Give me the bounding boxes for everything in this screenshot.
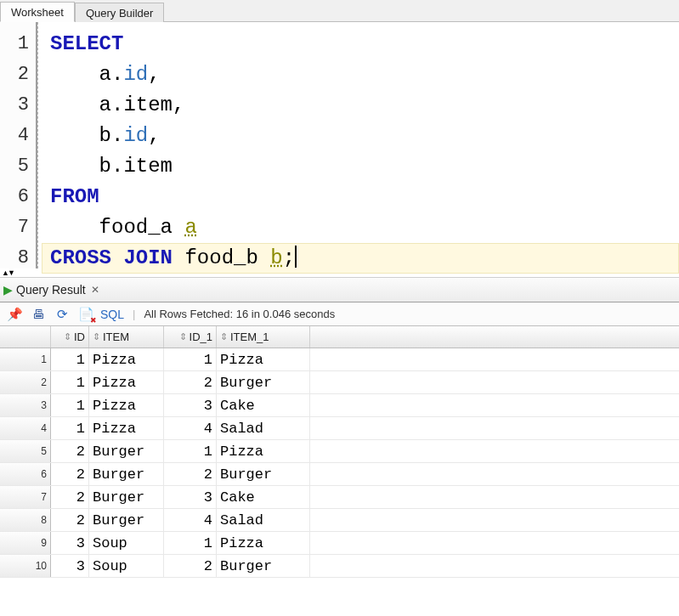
cell-item1[interactable]: Salad (217, 509, 310, 531)
clear-script-button[interactable]: 📄 (76, 305, 95, 324)
row-number: 3 (0, 394, 51, 416)
table-row[interactable]: 103Soup2Burger (0, 555, 679, 578)
gutter-line: 1 (0, 29, 36, 59)
row-number: 4 (0, 417, 51, 439)
cell-item1[interactable]: Cake (217, 394, 310, 416)
cell-item1[interactable]: Cake (217, 486, 310, 508)
gutter-line: 4 (0, 121, 36, 151)
cell-item1[interactable]: Burger (217, 371, 310, 393)
cell-item[interactable]: Soup (89, 555, 164, 577)
cell-id[interactable]: 1 (51, 371, 89, 393)
table-row[interactable]: 21Pizza2Burger (0, 371, 679, 394)
refresh-button[interactable]: ⟳ (53, 305, 71, 324)
code-line[interactable]: CROSS JOIN food_b b; (42, 243, 679, 274)
gutter-line: 7 (0, 212, 36, 243)
gutter-line: 3 (0, 90, 36, 121)
grid-header-rownum (0, 326, 51, 348)
cell-id[interactable]: 1 (51, 394, 89, 416)
cell-id1[interactable]: 2 (164, 371, 217, 393)
grid-header-item[interactable]: ⇕ITEM (89, 326, 164, 348)
fetch-status: All Rows Fetched: 16 in 0.046 seconds (144, 308, 335, 320)
worksheet-tab-strip: Worksheet Query Builder (0, 0, 679, 22)
cell-item1[interactable]: Burger (217, 463, 310, 485)
row-number: 5 (0, 440, 51, 462)
result-tab-strip: ▶ Query Result ✕ (0, 277, 679, 302)
row-number: 6 (0, 463, 51, 485)
table-row[interactable]: 82Burger4Salad (0, 509, 679, 532)
sql-editor[interactable]: 12345678 SELECT a.id, a.item, b.id, b.it… (0, 22, 679, 268)
code-line[interactable]: b.id, (42, 121, 679, 151)
grid-header: ⇕ID ⇕ITEM ⇕ID_1 ⇕ITEM_1 (0, 326, 679, 348)
row-number: 1 (0, 348, 51, 370)
cell-id[interactable]: 3 (51, 532, 89, 554)
results-grid[interactable]: ⇕ID ⇕ITEM ⇕ID_1 ⇕ITEM_1 11Pizza1Pizza21P… (0, 326, 679, 578)
cell-id1[interactable]: 4 (164, 509, 217, 531)
table-row[interactable]: 31Pizza3Cake (0, 394, 679, 417)
sort-icon: ⇕ (179, 335, 187, 339)
cell-item1[interactable]: Salad (217, 417, 310, 439)
cell-item[interactable]: Pizza (89, 394, 164, 416)
grid-header-id1[interactable]: ⇕ID_1 (164, 326, 217, 348)
cell-id[interactable]: 2 (51, 463, 89, 485)
table-row[interactable]: 72Burger3Cake (0, 486, 679, 509)
cell-item1[interactable]: Pizza (217, 532, 310, 554)
close-icon[interactable]: ✕ (91, 284, 99, 296)
tab-query-builder[interactable]: Query Builder (75, 3, 164, 22)
cell-id1[interactable]: 2 (164, 463, 217, 485)
cell-item[interactable]: Burger (89, 509, 164, 531)
gutter-line: 6 (0, 182, 36, 212)
code-line[interactable]: SELECT (42, 29, 679, 59)
cell-id1[interactable]: 4 (164, 417, 217, 439)
gutter-line: 5 (0, 151, 36, 182)
cell-id[interactable]: 1 (51, 417, 89, 439)
cell-item[interactable]: Pizza (89, 348, 164, 370)
sort-icon: ⇕ (220, 335, 228, 339)
table-row[interactable]: 93Soup1Pizza (0, 532, 679, 555)
table-row[interactable]: 11Pizza1Pizza (0, 348, 679, 371)
play-icon: ▶ (3, 283, 13, 297)
row-number: 9 (0, 532, 51, 554)
sql-label[interactable]: SQL (100, 308, 124, 321)
cell-id1[interactable]: 3 (164, 486, 217, 508)
text-cursor (295, 246, 297, 268)
cell-id1[interactable]: 1 (164, 348, 217, 370)
cell-id[interactable]: 2 (51, 486, 89, 508)
cell-id[interactable]: 3 (51, 555, 89, 577)
cell-item[interactable]: Burger (89, 440, 164, 462)
cell-id1[interactable]: 1 (164, 532, 217, 554)
tab-query-result[interactable]: Query Result (16, 283, 86, 297)
cell-id[interactable]: 1 (51, 348, 89, 370)
cell-id1[interactable]: 1 (164, 440, 217, 462)
cell-item[interactable]: Burger (89, 463, 164, 485)
row-number: 7 (0, 486, 51, 508)
editor-code-area[interactable]: SELECT a.id, a.item, b.id, b.itemFROM fo… (37, 22, 679, 268)
code-line[interactable]: food_a a (42, 212, 679, 243)
cell-id[interactable]: 2 (51, 440, 89, 462)
row-number: 10 (0, 555, 51, 577)
cell-item1[interactable]: Pizza (217, 440, 310, 462)
grid-header-item1[interactable]: ⇕ITEM_1 (217, 326, 310, 348)
cell-item1[interactable]: Pizza (217, 348, 310, 370)
cell-id1[interactable]: 2 (164, 555, 217, 577)
code-line[interactable]: b.item (42, 151, 679, 182)
row-number: 2 (0, 371, 51, 393)
result-toolbar: 📌 🖶 ⟳ 📄 SQL | All Rows Fetched: 16 in 0.… (0, 302, 679, 326)
gutter-line: 2 (0, 59, 36, 90)
grid-header-id[interactable]: ⇕ID (51, 326, 89, 348)
cell-item[interactable]: Pizza (89, 417, 164, 439)
cell-item[interactable]: Pizza (89, 371, 164, 393)
table-row[interactable]: 41Pizza4Salad (0, 417, 679, 440)
code-line[interactable]: a.item, (42, 90, 679, 121)
code-line[interactable]: a.id, (42, 59, 679, 90)
pin-button[interactable]: 📌 (5, 305, 24, 324)
cell-item[interactable]: Soup (89, 532, 164, 554)
print-button[interactable]: 🖶 (29, 305, 48, 324)
cell-id1[interactable]: 3 (164, 394, 217, 416)
cell-item[interactable]: Burger (89, 486, 164, 508)
cell-item1[interactable]: Burger (217, 555, 310, 577)
code-line[interactable]: FROM (42, 182, 679, 212)
table-row[interactable]: 52Burger1Pizza (0, 440, 679, 463)
cell-id[interactable]: 2 (51, 509, 89, 531)
tab-worksheet[interactable]: Worksheet (0, 2, 75, 22)
table-row[interactable]: 62Burger2Burger (0, 463, 679, 486)
